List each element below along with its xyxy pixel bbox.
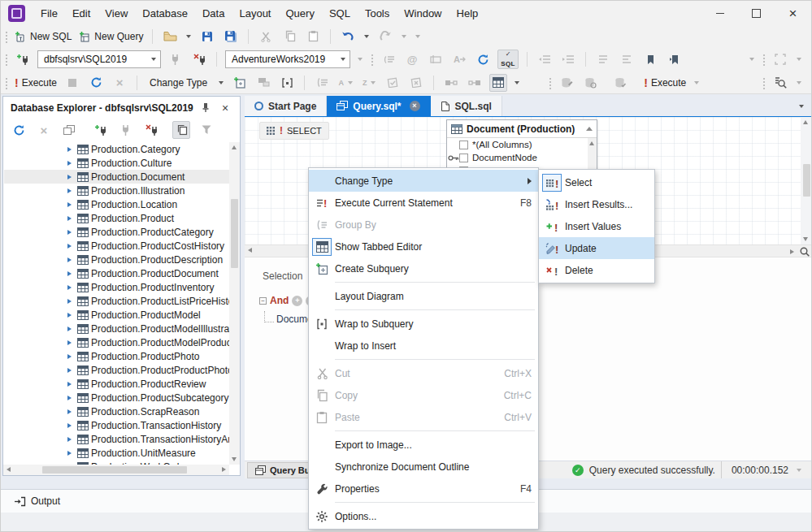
new-sql-button[interactable]: New SQL <box>14 28 72 45</box>
scroll-down-icon[interactable] <box>803 237 808 241</box>
next-bookmark-button[interactable] <box>665 50 683 68</box>
add-condition-icon[interactable]: + <box>292 296 302 306</box>
column-row[interactable]: DocumentNode <box>447 151 588 164</box>
open-file-dropdown[interactable] <box>185 28 193 45</box>
toolbar-grip[interactable] <box>762 76 766 89</box>
select-statement-badge[interactable]: ! SELECT <box>259 122 329 140</box>
view-overflow-dropdown[interactable] <box>795 50 803 68</box>
database-sync-button[interactable] <box>581 74 599 92</box>
execute-secondary-dropdown[interactable] <box>693 74 701 92</box>
expand-chevron-icon[interactable] <box>67 188 77 193</box>
cut-button[interactable] <box>257 28 275 45</box>
explorer-connect-button[interactable] <box>117 121 135 139</box>
tree-node[interactable]: Production.Illustration <box>4 184 229 197</box>
menu-item[interactable]: Wrap to Insert <box>309 335 538 357</box>
toolbar-grip[interactable] <box>4 76 8 89</box>
paste-button[interactable] <box>304 28 322 45</box>
menubar-item[interactable]: File <box>33 1 65 25</box>
menubar-item[interactable]: Window <box>397 1 449 25</box>
database-check-button[interactable] <box>611 74 629 92</box>
save-button[interactable] <box>198 28 216 45</box>
toolbar-grip[interactable] <box>4 53 8 66</box>
menu-item[interactable]: Export to Image... <box>309 434 538 456</box>
tab-list-dropdown[interactable] <box>797 97 805 115</box>
expand-chevron-icon[interactable] <box>67 161 77 166</box>
expand-chevron-icon[interactable] <box>67 285 77 290</box>
rename-button[interactable] <box>427 50 445 68</box>
submenu-item[interactable]: ! Update <box>539 237 654 259</box>
toggle-bookmark-button[interactable] <box>641 50 659 68</box>
menu-item[interactable]: Paste Ctrl+V <box>309 406 538 428</box>
new-query-button[interactable]: New Query <box>78 28 144 45</box>
sort-ascending-button[interactable]: A <box>337 74 354 92</box>
group-by-button[interactable] <box>313 74 331 92</box>
scrollbar-thumb[interactable] <box>803 164 810 197</box>
stop-button[interactable] <box>63 74 81 92</box>
tree-node[interactable]: Production.TransactionHistoryArchive <box>4 432 229 446</box>
expand-chevron-icon[interactable] <box>67 202 77 207</box>
expand-chevron-icon[interactable] <box>67 244 77 249</box>
expand-chevron-icon[interactable] <box>67 216 77 221</box>
disconnect-button[interactable] <box>190 50 208 68</box>
tree-node[interactable]: Production.Category <box>4 142 229 156</box>
expand-chevron-icon[interactable] <box>67 423 77 428</box>
explorer-new-connection-button[interactable] <box>92 121 110 139</box>
tab-query-sql[interactable]: Query.sql* <box>327 96 430 116</box>
menu-item[interactable]: Change Type <box>309 170 538 192</box>
tree-node[interactable]: Production.ProductReview <box>4 377 229 391</box>
menu-item[interactable]: Copy Ctrl+C <box>309 384 538 406</box>
undo-button[interactable] <box>339 28 357 45</box>
diagram-vertical-scrollbar[interactable] <box>801 117 812 244</box>
menubar-item[interactable]: Database <box>135 1 195 25</box>
execute-button[interactable]: ! Execute <box>14 74 58 92</box>
check-syntax-button[interactable]: ✓ SQL <box>497 50 519 69</box>
save-all-button[interactable] <box>222 28 240 45</box>
menubar-item[interactable]: Edit <box>65 1 98 25</box>
undo-dropdown[interactable] <box>363 28 371 45</box>
change-type-button[interactable]: Change Type <box>145 74 211 92</box>
layout-diagram-button[interactable] <box>254 74 272 92</box>
database-combobox-dropdown[interactable] <box>336 51 350 67</box>
menubar-item[interactable]: Query <box>278 1 321 25</box>
close-button[interactable] <box>775 1 811 25</box>
connect-button[interactable] <box>167 50 185 68</box>
menubar-item[interactable]: Tools <box>358 1 397 25</box>
navigate-word-button[interactable]: A <box>450 50 468 68</box>
scrollbar-thumb[interactable] <box>231 199 238 268</box>
expand-chevron-icon[interactable] <box>67 271 77 276</box>
submenu-item[interactable]: ! Insert Values <box>539 215 654 237</box>
toolbar-grip[interactable] <box>370 53 374 66</box>
tree-node[interactable]: Production.ProductListPriceHistory <box>4 294 229 308</box>
create-subquery-button[interactable] <box>231 74 249 92</box>
tree-node[interactable]: Production.UnitMeasure <box>4 446 229 460</box>
uncomment-button[interactable] <box>618 50 636 68</box>
menu-item[interactable]: Synchronize Document Outline <box>309 456 538 478</box>
database-combobox[interactable]: AdventureWorks2019 <box>225 50 350 68</box>
windows-cascade-button[interactable] <box>60 121 78 139</box>
server-combobox[interactable]: dbfsqlsrv\SQL2019 <box>37 50 161 68</box>
tree-node[interactable]: Production.ProductPhoto <box>4 349 229 363</box>
expand-chevron-icon[interactable] <box>67 327 77 331</box>
remove-button[interactable] <box>407 74 425 92</box>
tree-node[interactable]: Production.ProductCategory <box>4 225 229 239</box>
scroll-up-icon[interactable] <box>803 120 808 124</box>
comment-lines-button[interactable] <box>380 50 397 68</box>
expand-chevron-icon[interactable] <box>67 354 77 359</box>
tree-node[interactable]: Production.ProductDescription <box>4 253 229 266</box>
collapse-minus-icon[interactable] <box>259 297 267 305</box>
expand-chevron-icon[interactable] <box>67 368 77 373</box>
show-tabbed-editor-button[interactable] <box>489 74 507 92</box>
column-checkbox[interactable] <box>459 141 468 149</box>
table-card-header[interactable]: Document (Production) <box>447 120 597 138</box>
scroll-left-icon[interactable] <box>7 467 11 472</box>
tree-node[interactable]: Production.ProductModel <box>4 308 229 322</box>
minimize-button[interactable] <box>701 1 738 25</box>
tree-node[interactable]: Production.TransactionHistory <box>4 418 229 432</box>
menu-item[interactable]: Properties F4 <box>309 478 538 500</box>
scroll-up-icon[interactable] <box>589 141 594 145</box>
explorer-stop-button[interactable]: × <box>35 121 53 139</box>
database-diff-button[interactable] <box>558 74 575 92</box>
expand-chevron-icon[interactable] <box>67 147 77 152</box>
explorer-vertical-scrollbar[interactable] <box>229 142 240 465</box>
tree-node[interactable]: Production.ProductSubcategory <box>4 391 229 404</box>
